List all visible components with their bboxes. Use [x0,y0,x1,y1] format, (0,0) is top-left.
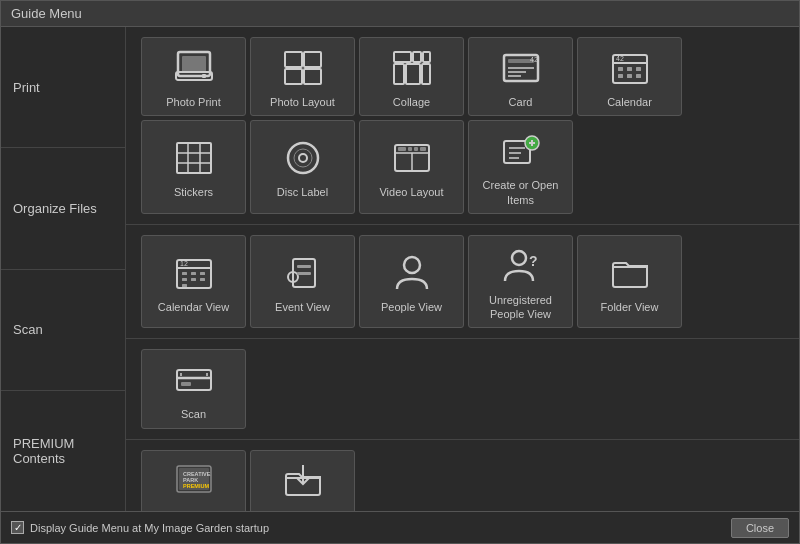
svg-rect-59 [200,278,205,281]
grid-area: Photo Print Photo Layout [126,27,799,511]
title-bar: Guide Menu [1,1,799,27]
section-premium: CREATIVE PARK PREMIUM Download PREMIUM C… [126,440,799,511]
svg-point-35 [299,154,307,162]
video-layout-label: Video Layout [379,185,443,199]
svg-rect-4 [285,52,302,67]
svg-rect-41 [408,147,412,151]
calendar-button[interactable]: 42 Calendar [577,37,682,116]
scan-label: Scan [181,407,206,421]
download-premium-button[interactable]: CREATIVE PARK PREMIUM Download PREMIUM C… [141,450,246,511]
svg-rect-56 [200,272,205,275]
photo-layout-icon [281,46,325,90]
svg-rect-25 [636,67,641,71]
svg-point-34 [288,143,318,173]
svg-rect-6 [285,69,302,84]
unregistered-people-icon: ? [499,244,543,288]
calendar-label: Calendar [607,95,652,109]
svg-rect-55 [191,272,196,275]
premium-row: CREATIVE PARK PREMIUM Download PREMIUM C… [141,450,784,511]
stickers-button[interactable]: Stickers [141,120,246,214]
sidebar-label-organize: Organize Files [13,201,97,216]
svg-rect-54 [182,272,187,275]
create-open-button[interactable]: Create or Open Items [468,120,573,214]
svg-rect-27 [627,74,632,78]
folder-view-label: Folder View [601,300,659,314]
svg-rect-43 [420,147,426,151]
card-label: Card [509,95,533,109]
scan-icon [172,358,216,402]
sidebar-section-scan: Scan [1,270,125,391]
folder-view-button[interactable]: Folder View [577,235,682,329]
sidebar-label-scan: Scan [13,322,43,337]
svg-rect-7 [304,69,321,84]
photo-print-button[interactable]: Photo Print [141,37,246,116]
svg-rect-40 [398,147,406,151]
sidebar-section-organize: Organize Files [1,148,125,269]
print-row-2: Stickers Disc Label [141,120,784,214]
svg-point-36 [294,149,312,167]
create-open-label: Create or Open Items [474,178,567,207]
svg-rect-28 [636,74,641,78]
svg-rect-10 [423,52,430,62]
collage-button[interactable]: Collage [359,37,464,116]
folder-view-icon [608,251,652,295]
svg-rect-11 [394,64,404,84]
svg-rect-69 [177,370,211,390]
svg-point-66 [404,257,420,273]
svg-rect-23 [618,67,623,71]
window-title: Guide Menu [11,6,82,21]
svg-rect-24 [627,67,632,71]
sidebar-section-premium: PREMIUM Contents [1,391,125,511]
svg-rect-5 [304,52,321,67]
svg-rect-12 [406,64,420,84]
downloaded-premium-icon [281,459,325,503]
photo-print-icon [172,46,216,90]
unregistered-people-button[interactable]: ? Unregistered People View [468,235,573,329]
stickers-label: Stickers [174,185,213,199]
video-layout-button[interactable]: Video Layout [359,120,464,214]
disc-label-icon [281,136,325,180]
sidebar-label-print: Print [13,80,40,95]
section-print: Photo Print Photo Layout [126,27,799,225]
startup-checkbox-label: Display Guide Menu at My Image Garden st… [30,522,269,534]
disc-label-label: Disc Label [277,185,328,199]
close-button[interactable]: Close [731,518,789,538]
svg-text:?: ? [529,253,538,269]
section-scan: Scan [126,339,799,439]
svg-rect-1 [182,56,206,72]
disc-label-button[interactable]: Disc Label [250,120,355,214]
download-premium-icon: CREATIVE PARK PREMIUM [172,459,216,503]
calendar-view-label: Calendar View [158,300,229,314]
collage-icon [390,46,434,90]
video-layout-icon [390,136,434,180]
sidebar-section-print: Print [1,27,125,148]
svg-rect-8 [394,52,411,62]
scan-button[interactable]: Scan [141,349,246,428]
footer: Display Guide Menu at My Image Garden st… [1,511,799,543]
stickers-icon [172,136,216,180]
organize-row: 12 Calendar View [141,235,784,329]
svg-rect-64 [297,265,311,268]
startup-checkbox[interactable] [11,521,24,534]
unregistered-people-label: Unregistered People View [474,293,567,322]
card-icon: 42 [499,46,543,90]
svg-rect-65 [297,272,311,275]
svg-rect-26 [618,74,623,78]
svg-rect-29 [177,143,211,173]
people-view-icon [390,251,434,295]
event-view-icon [281,251,325,295]
scan-row: Scan [141,349,784,428]
photo-layout-label: Photo Layout [270,95,335,109]
downloaded-premium-button[interactable]: Downloaded PREMIUM Contents [250,450,355,511]
svg-rect-60 [182,284,187,287]
svg-rect-58 [191,278,196,281]
people-view-button[interactable]: People View [359,235,464,329]
calendar-icon: 42 [608,46,652,90]
event-view-button[interactable]: Event View [250,235,355,329]
left-sidebar: Print Organize Files Scan PREMIUM Conten… [1,27,126,511]
card-button[interactable]: 42 Card [468,37,573,116]
calendar-view-button[interactable]: 12 Calendar View [141,235,246,329]
svg-text:12: 12 [180,260,188,267]
svg-rect-13 [422,64,430,84]
photo-layout-button[interactable]: Photo Layout [250,37,355,116]
